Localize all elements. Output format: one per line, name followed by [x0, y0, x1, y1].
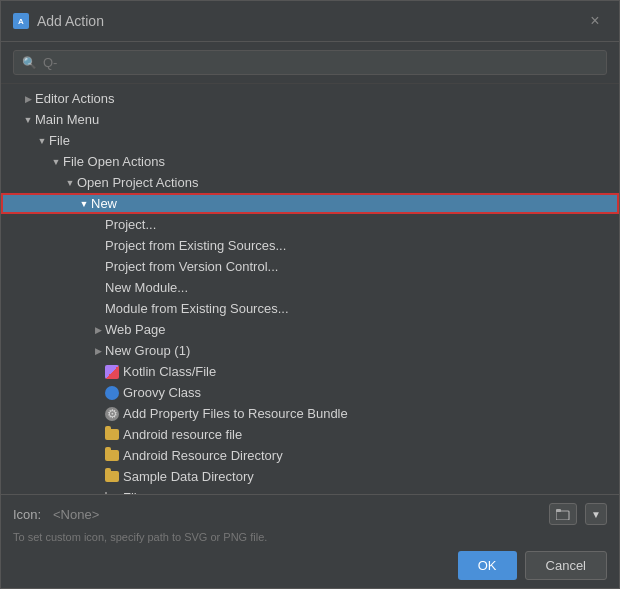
tree-item-file-item[interactable]: ▶ File — [1, 487, 619, 494]
tree-item-android-resource-dir[interactable]: ▶ Android Resource Directory — [1, 445, 619, 466]
item-label: New — [91, 196, 611, 211]
arrow-icon: ▶ — [91, 323, 105, 337]
folder-icon — [105, 450, 119, 461]
search-input[interactable] — [43, 55, 598, 70]
title-bar-left: A Add Action — [13, 13, 104, 29]
item-label: Web Page — [105, 322, 611, 337]
item-label: Editor Actions — [35, 91, 611, 106]
arrow-icon: ▼ — [63, 176, 77, 190]
tree-item-new-group[interactable]: ▶ New Group (1) — [1, 340, 619, 361]
item-label: Sample Data Directory — [123, 469, 611, 484]
item-label: Project from Existing Sources... — [105, 238, 611, 253]
ok-button[interactable]: OK — [458, 551, 517, 580]
groovy-icon — [105, 386, 119, 400]
title-bar: A Add Action × — [1, 1, 619, 42]
svg-rect-2 — [556, 511, 569, 520]
app-icon: A — [13, 13, 29, 29]
icon-row: Icon: <None> ▼ — [13, 503, 607, 525]
item-label: File Open Actions — [63, 154, 611, 169]
cancel-button[interactable]: Cancel — [525, 551, 607, 580]
tree-item-project-existing[interactable]: ▶ Project from Existing Sources... — [1, 235, 619, 256]
tree-item-new[interactable]: ▼ New — [1, 193, 619, 214]
item-label: File — [49, 133, 611, 148]
folder-icon — [105, 429, 119, 440]
tree-item-file[interactable]: ▼ File — [1, 130, 619, 151]
search-icon: 🔍 — [22, 56, 37, 70]
tree-item-add-property[interactable]: ▶ ⚙ Add Property Files to Resource Bundl… — [1, 403, 619, 424]
item-label: Module from Existing Sources... — [105, 301, 611, 316]
icon-value: <None> — [53, 507, 541, 522]
icon-browse-button[interactable] — [549, 503, 577, 525]
tree-item-web-page[interactable]: ▶ Web Page — [1, 319, 619, 340]
arrow-icon: ▶ — [91, 344, 105, 358]
item-label: Main Menu — [35, 112, 611, 127]
tree-item-sample-data-dir[interactable]: ▶ Sample Data Directory — [1, 466, 619, 487]
button-row: OK Cancel — [13, 551, 607, 580]
item-label: New Group (1) — [105, 343, 611, 358]
folder-icon — [105, 471, 119, 482]
tree-item-android-resource-file[interactable]: ▶ Android resource file — [1, 424, 619, 445]
arrow-icon: ▼ — [77, 197, 91, 211]
tree-item-main-menu[interactable]: ▼ Main Menu — [1, 109, 619, 130]
search-bar: 🔍 — [1, 42, 619, 84]
svg-text:A: A — [18, 17, 24, 26]
arrow-icon: ▼ — [35, 134, 49, 148]
kotlin-icon — [105, 365, 119, 379]
item-label: Android Resource Directory — [123, 448, 611, 463]
tree-item-open-project-actions[interactable]: ▼ Open Project Actions — [1, 172, 619, 193]
item-label: Android resource file — [123, 427, 611, 442]
item-label: Open Project Actions — [77, 175, 611, 190]
item-label: New Module... — [105, 280, 611, 295]
arrow-icon: ▼ — [21, 113, 35, 127]
tree-area: ▶ Editor Actions ▼ Main Menu ▼ File ▼ Fi… — [1, 84, 619, 494]
tree-item-project-vcs[interactable]: ▶ Project from Version Control... — [1, 256, 619, 277]
tree-item-new-module[interactable]: ▶ New Module... — [1, 277, 619, 298]
icon-dropdown-button[interactable]: ▼ — [585, 503, 607, 525]
item-label: Add Property Files to Resource Bundle — [123, 406, 611, 421]
gear-icon: ⚙ — [105, 407, 119, 421]
item-label: Project... — [105, 217, 611, 232]
tree-item-kotlin-class[interactable]: ▶ Kotlin Class/File — [1, 361, 619, 382]
svg-rect-3 — [556, 509, 561, 512]
item-label: Groovy Class — [123, 385, 611, 400]
item-label: Kotlin Class/File — [123, 364, 611, 379]
arrow-icon: ▼ — [49, 155, 63, 169]
add-action-dialog: A Add Action × 🔍 ▶ Editor Actions ▼ Main… — [0, 0, 620, 589]
hint-text: To set custom icon, specify path to SVG … — [13, 531, 607, 543]
arrow-icon: ▶ — [21, 92, 35, 106]
tree-item-editor-actions[interactable]: ▶ Editor Actions — [1, 88, 619, 109]
footer: Icon: <None> ▼ To set custom icon, speci… — [1, 494, 619, 588]
icon-label: Icon: — [13, 507, 45, 522]
item-label: Project from Version Control... — [105, 259, 611, 274]
dialog-title: Add Action — [37, 13, 104, 29]
tree-item-groovy-class[interactable]: ▶ Groovy Class — [1, 382, 619, 403]
close-button[interactable]: × — [583, 9, 607, 33]
tree-item-module-existing[interactable]: ▶ Module from Existing Sources... — [1, 298, 619, 319]
tree-item-file-open-actions[interactable]: ▼ File Open Actions — [1, 151, 619, 172]
tree-item-project[interactable]: ▶ Project... — [1, 214, 619, 235]
search-wrap[interactable]: 🔍 — [13, 50, 607, 75]
